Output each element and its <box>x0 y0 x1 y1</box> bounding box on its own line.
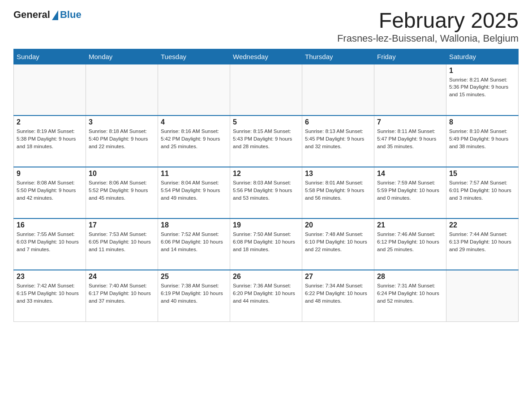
day-info: Sunrise: 7:50 AM Sunset: 6:08 PM Dayligh… <box>233 231 299 253</box>
day-info: Sunrise: 8:04 AM Sunset: 5:54 PM Dayligh… <box>161 179 227 201</box>
calendar-day-cell: 25Sunrise: 7:38 AM Sunset: 6:19 PM Dayli… <box>158 270 230 321</box>
day-info: Sunrise: 8:06 AM Sunset: 5:52 PM Dayligh… <box>89 179 155 201</box>
day-info: Sunrise: 7:36 AM Sunset: 6:20 PM Dayligh… <box>233 282 299 304</box>
calendar-day-cell: 13Sunrise: 8:01 AM Sunset: 5:58 PM Dayli… <box>302 167 374 218</box>
calendar-week-row: 16Sunrise: 7:55 AM Sunset: 6:03 PM Dayli… <box>14 218 519 270</box>
day-of-week-header: Monday <box>86 49 158 64</box>
day-info: Sunrise: 8:18 AM Sunset: 5:40 PM Dayligh… <box>89 128 155 150</box>
calendar-day-cell: 21Sunrise: 7:46 AM Sunset: 6:12 PM Dayli… <box>374 218 446 270</box>
calendar-week-row: 1Sunrise: 8:21 AM Sunset: 5:36 PM Daylig… <box>14 64 519 116</box>
day-info: Sunrise: 7:53 AM Sunset: 6:05 PM Dayligh… <box>89 231 155 253</box>
page-header: General Blue February 2025 Frasnes-lez-B… <box>13 9 519 44</box>
day-info: Sunrise: 7:40 AM Sunset: 6:17 PM Dayligh… <box>89 282 155 304</box>
day-number: 4 <box>161 118 227 126</box>
calendar-day-cell: 6Sunrise: 8:13 AM Sunset: 5:45 PM Daylig… <box>302 116 374 167</box>
title-block: February 2025 Frasnes-lez-Buissenal, Wal… <box>337 9 519 44</box>
day-info: Sunrise: 7:55 AM Sunset: 6:03 PM Dayligh… <box>17 231 83 253</box>
calendar-day-cell: 23Sunrise: 7:42 AM Sunset: 6:15 PM Dayli… <box>14 270 86 321</box>
day-number: 12 <box>233 170 299 178</box>
calendar-day-cell: 16Sunrise: 7:55 AM Sunset: 6:03 PM Dayli… <box>14 218 86 270</box>
day-number: 25 <box>161 273 227 281</box>
day-number: 7 <box>377 118 443 126</box>
day-number: 3 <box>89 118 155 126</box>
day-info: Sunrise: 8:15 AM Sunset: 5:43 PM Dayligh… <box>233 128 299 150</box>
day-info: Sunrise: 7:42 AM Sunset: 6:15 PM Dayligh… <box>17 282 83 304</box>
days-of-week-row: SundayMondayTuesdayWednesdayThursdayFrid… <box>14 49 519 64</box>
day-number: 28 <box>377 273 443 281</box>
day-of-week-header: Thursday <box>302 49 374 64</box>
logo-general-text: General <box>13 9 50 21</box>
day-number: 27 <box>305 273 371 281</box>
day-info: Sunrise: 8:21 AM Sunset: 5:36 PM Dayligh… <box>449 76 515 98</box>
calendar-day-cell: 12Sunrise: 8:03 AM Sunset: 5:56 PM Dayli… <box>230 167 302 218</box>
calendar-day-cell: 22Sunrise: 7:44 AM Sunset: 6:13 PM Dayli… <box>446 218 519 270</box>
day-number: 6 <box>305 118 371 126</box>
calendar-day-cell: 24Sunrise: 7:40 AM Sunset: 6:17 PM Dayli… <box>86 270 158 321</box>
calendar-subtitle: Frasnes-lez-Buissenal, Wallonia, Belgium <box>337 33 519 44</box>
day-info: Sunrise: 8:03 AM Sunset: 5:56 PM Dayligh… <box>233 179 299 201</box>
day-info: Sunrise: 7:52 AM Sunset: 6:06 PM Dayligh… <box>161 231 227 253</box>
day-info: Sunrise: 7:57 AM Sunset: 6:01 PM Dayligh… <box>449 179 515 201</box>
day-info: Sunrise: 8:13 AM Sunset: 5:45 PM Dayligh… <box>305 128 371 150</box>
day-number: 10 <box>89 170 155 178</box>
calendar-day-cell: 8Sunrise: 8:10 AM Sunset: 5:49 PM Daylig… <box>446 116 519 167</box>
calendar-day-cell <box>86 64 158 116</box>
day-info: Sunrise: 7:59 AM Sunset: 5:59 PM Dayligh… <box>377 179 443 201</box>
day-number: 9 <box>17 170 83 178</box>
day-number: 14 <box>377 170 443 178</box>
calendar-day-cell: 5Sunrise: 8:15 AM Sunset: 5:43 PM Daylig… <box>230 116 302 167</box>
calendar-day-cell: 17Sunrise: 7:53 AM Sunset: 6:05 PM Dayli… <box>86 218 158 270</box>
day-number: 8 <box>449 118 515 126</box>
day-of-week-header: Tuesday <box>158 49 230 64</box>
day-info: Sunrise: 7:48 AM Sunset: 6:10 PM Dayligh… <box>305 231 371 253</box>
calendar-day-cell: 26Sunrise: 7:36 AM Sunset: 6:20 PM Dayli… <box>230 270 302 321</box>
day-info: Sunrise: 7:31 AM Sunset: 6:24 PM Dayligh… <box>377 282 443 304</box>
day-info: Sunrise: 7:38 AM Sunset: 6:19 PM Dayligh… <box>161 282 227 304</box>
logo-blue-text: Blue <box>60 9 82 21</box>
day-number: 24 <box>89 273 155 281</box>
day-number: 20 <box>305 221 371 229</box>
day-info: Sunrise: 7:34 AM Sunset: 6:22 PM Dayligh… <box>305 282 371 304</box>
calendar-week-row: 23Sunrise: 7:42 AM Sunset: 6:15 PM Dayli… <box>14 270 519 321</box>
day-number: 21 <box>377 221 443 229</box>
day-of-week-header: Friday <box>374 49 446 64</box>
calendar-header: SundayMondayTuesdayWednesdayThursdayFrid… <box>14 49 519 64</box>
calendar-day-cell: 10Sunrise: 8:06 AM Sunset: 5:52 PM Dayli… <box>86 167 158 218</box>
calendar-day-cell: 4Sunrise: 8:16 AM Sunset: 5:42 PM Daylig… <box>158 116 230 167</box>
day-of-week-header: Sunday <box>14 49 86 64</box>
day-info: Sunrise: 8:11 AM Sunset: 5:47 PM Dayligh… <box>377 128 443 150</box>
calendar-day-cell: 9Sunrise: 8:08 AM Sunset: 5:50 PM Daylig… <box>14 167 86 218</box>
day-number: 22 <box>449 221 515 229</box>
day-of-week-header: Wednesday <box>230 49 302 64</box>
day-info: Sunrise: 8:10 AM Sunset: 5:49 PM Dayligh… <box>449 128 515 150</box>
calendar-day-cell: 15Sunrise: 7:57 AM Sunset: 6:01 PM Dayli… <box>446 167 519 218</box>
day-info: Sunrise: 7:46 AM Sunset: 6:12 PM Dayligh… <box>377 231 443 253</box>
day-of-week-header: Saturday <box>446 49 519 64</box>
calendar-day-cell <box>302 64 374 116</box>
day-number: 18 <box>161 221 227 229</box>
calendar-week-row: 9Sunrise: 8:08 AM Sunset: 5:50 PM Daylig… <box>14 167 519 218</box>
day-info: Sunrise: 8:16 AM Sunset: 5:42 PM Dayligh… <box>161 128 227 150</box>
day-number: 19 <box>233 221 299 229</box>
calendar-day-cell: 18Sunrise: 7:52 AM Sunset: 6:06 PM Dayli… <box>158 218 230 270</box>
day-number: 13 <box>305 170 371 178</box>
calendar-day-cell <box>374 64 446 116</box>
logo: General Blue <box>13 9 82 21</box>
day-number: 23 <box>17 273 83 281</box>
calendar-day-cell: 14Sunrise: 7:59 AM Sunset: 5:59 PM Dayli… <box>374 167 446 218</box>
calendar-day-cell <box>14 64 86 116</box>
calendar-day-cell: 11Sunrise: 8:04 AM Sunset: 5:54 PM Dayli… <box>158 167 230 218</box>
calendar-day-cell: 7Sunrise: 8:11 AM Sunset: 5:47 PM Daylig… <box>374 116 446 167</box>
day-info: Sunrise: 8:01 AM Sunset: 5:58 PM Dayligh… <box>305 179 371 201</box>
calendar-day-cell: 28Sunrise: 7:31 AM Sunset: 6:24 PM Dayli… <box>374 270 446 321</box>
calendar-title: February 2025 <box>337 9 519 33</box>
day-number: 16 <box>17 221 83 229</box>
calendar-day-cell: 27Sunrise: 7:34 AM Sunset: 6:22 PM Dayli… <box>302 270 374 321</box>
calendar-body: 1Sunrise: 8:21 AM Sunset: 5:36 PM Daylig… <box>14 64 519 321</box>
calendar-day-cell: 3Sunrise: 8:18 AM Sunset: 5:40 PM Daylig… <box>86 116 158 167</box>
day-number: 5 <box>233 118 299 126</box>
day-number: 11 <box>161 170 227 178</box>
day-number: 26 <box>233 273 299 281</box>
calendar-day-cell: 1Sunrise: 8:21 AM Sunset: 5:36 PM Daylig… <box>446 64 519 116</box>
day-info: Sunrise: 8:08 AM Sunset: 5:50 PM Dayligh… <box>17 179 83 201</box>
